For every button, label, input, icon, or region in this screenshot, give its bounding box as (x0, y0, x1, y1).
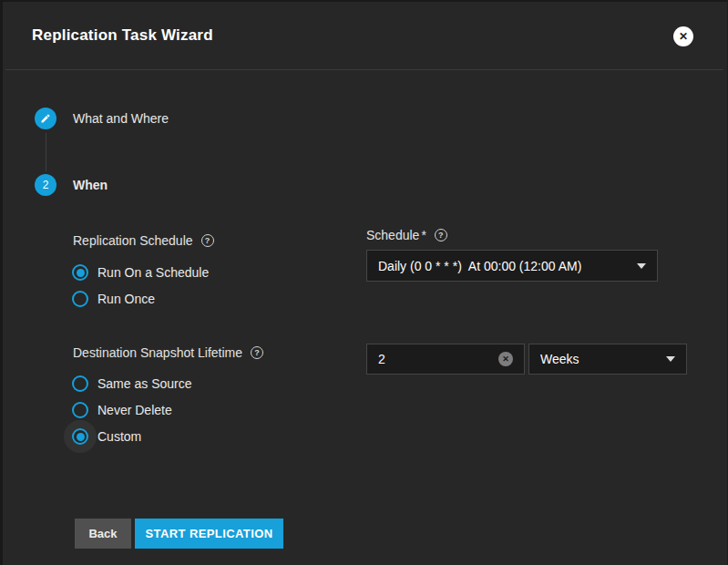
pencil-edit-icon (40, 113, 51, 124)
chevron-down-icon (637, 263, 646, 269)
radio-label: Never Delete (97, 403, 172, 417)
header-divider (5, 69, 723, 70)
radio-same-as-source[interactable]: Same as Source (72, 375, 192, 392)
page-title: Replication Task Wizard (32, 26, 213, 45)
replication-task-wizard-dialog: Replication Task Wizard ✕ What and Where… (0, 0, 728, 565)
radio-button-icon (72, 375, 88, 392)
radio-button-icon (72, 264, 88, 281)
clear-input-icon[interactable]: ✕ (498, 352, 513, 366)
close-icon: ✕ (679, 31, 688, 42)
dialog-left-edge (0, 0, 3, 565)
radio-button-icon (72, 428, 88, 445)
chevron-down-icon (666, 356, 675, 362)
start-replication-button[interactable]: START REPLICATION (135, 519, 283, 549)
step-connector-line (46, 133, 46, 171)
lifetime-value-field[interactable]: ✕ (366, 344, 525, 375)
step2-label: When (73, 178, 108, 192)
step1-label: What and Where (73, 111, 169, 126)
schedule-selected-value: Daily (0 0 * * *) At 00:00 (12:00 AM) (378, 259, 581, 273)
lifetime-value-input[interactable] (378, 352, 498, 366)
schedule-select[interactable]: Daily (0 0 * * *) At 00:00 (12:00 AM) (366, 250, 658, 282)
step-when[interactable]: 2 When (35, 174, 108, 196)
radio-never-delete[interactable]: Never Delete (72, 402, 172, 418)
replication-schedule-label-text: Replication Schedule (73, 233, 193, 248)
radio-label: Custom (97, 429, 141, 444)
radio-button-icon (72, 402, 88, 418)
step2-circle: 2 (35, 174, 56, 196)
back-button[interactable]: Back (75, 519, 131, 549)
radio-button-icon (72, 291, 88, 307)
snapshot-lifetime-label-text: Destination Snapshot Lifetime (73, 345, 242, 360)
radio-run-once[interactable]: Run Once (72, 291, 155, 307)
step1-circle (35, 108, 56, 129)
close-button[interactable]: ✕ (673, 26, 693, 46)
step2-number: 2 (43, 179, 49, 191)
required-marker: * (421, 228, 426, 242)
help-icon[interactable]: ? (251, 346, 263, 359)
radio-custom[interactable]: Custom (72, 428, 141, 445)
step-what-and-where[interactable]: What and Where (35, 108, 169, 129)
dialog-top-edge (0, 0, 728, 2)
snapshot-lifetime-group-label: Destination Snapshot Lifetime ? (73, 345, 263, 360)
replication-schedule-group-label: Replication Schedule ? (73, 233, 214, 248)
radio-label: Run On a Schedule (97, 265, 209, 280)
radio-run-on-a-schedule[interactable]: Run On a Schedule (72, 264, 209, 281)
help-icon[interactable]: ? (201, 234, 214, 247)
schedule-field-label: Schedule * ? (366, 228, 447, 242)
lifetime-unit-select[interactable]: Weeks (528, 344, 687, 375)
help-icon[interactable]: ? (435, 229, 447, 241)
schedule-label-text: Schedule (366, 228, 419, 242)
radio-label: Run Once (97, 292, 155, 306)
lifetime-unit-value: Weeks (540, 352, 579, 366)
radio-label: Same as Source (97, 376, 192, 391)
